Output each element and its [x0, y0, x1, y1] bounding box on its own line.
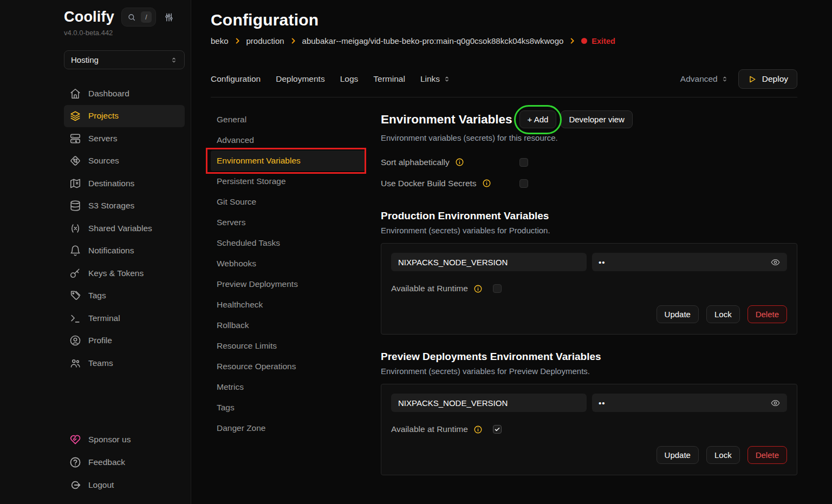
breadcrumb: bekoproductionabubakar--meigag/vid-tube-…: [211, 36, 797, 45]
sidebar-item-keys-tokens[interactable]: Keys & Tokens: [64, 262, 185, 285]
logout-icon: [69, 479, 81, 491]
app-version: v4.0.0-beta.442: [64, 29, 185, 37]
env-var-value-field[interactable]: ••: [592, 253, 787, 271]
subnav-item-label: Webhooks: [217, 259, 256, 268]
sidebar-item-teams[interactable]: Teams: [64, 352, 185, 375]
update-button[interactable]: Update: [656, 305, 699, 323]
sidebar-item-profile[interactable]: Profile: [64, 330, 185, 352]
subnav-item-persistent-storage[interactable]: Persistent Storage: [211, 171, 365, 192]
sidebar-item-label: S3 Storages: [88, 201, 134, 211]
breadcrumb-item[interactable]: beko: [211, 36, 229, 45]
tab-deployments[interactable]: Deployments: [276, 74, 324, 84]
map-icon: [69, 178, 81, 189]
sidebar-item-logout[interactable]: Logout: [64, 474, 185, 496]
delete-button[interactable]: Delete: [748, 446, 787, 464]
subnav-item-tags[interactable]: Tags: [211, 397, 365, 418]
subnav-item-label: Servers: [217, 218, 245, 227]
breadcrumb-item[interactable]: abubakar--meigag/vid-tube-beko-pro:main-…: [302, 36, 564, 45]
delete-button[interactable]: Delete: [748, 305, 787, 323]
subnav-item-preview-deployments[interactable]: Preview Deployments: [211, 274, 365, 294]
subnav-item-metrics[interactable]: Metrics: [211, 377, 365, 397]
eye-icon[interactable]: [770, 398, 781, 408]
toggle-row-use-docker-build-secrets: Use Docker Build Secrets: [381, 173, 797, 194]
tabbar-right: Advanced Deploy: [680, 69, 797, 89]
add-button[interactable]: + Add: [519, 110, 557, 128]
sidebar-item-sources[interactable]: Sources: [64, 150, 185, 173]
sidebar-item-notifications[interactable]: Notifications: [64, 240, 185, 263]
settings-sliders-icon[interactable]: [164, 12, 174, 23]
env-var-inputs: ••: [391, 253, 787, 271]
eye-icon[interactable]: [770, 257, 781, 267]
help-icon: [69, 456, 81, 468]
sidebar-item-destinations[interactable]: Destinations: [64, 172, 185, 195]
lock-button[interactable]: Lock: [706, 305, 740, 323]
update-button[interactable]: Update: [656, 446, 699, 464]
env-header: Environment Variables + Add Developer vi…: [381, 110, 797, 128]
subnav-item-label: Resource Limits: [217, 341, 277, 350]
sidebar-header: Coolify /: [64, 8, 185, 27]
layers-icon: [69, 110, 81, 122]
subnav-item-advanced[interactable]: Advanced: [211, 130, 365, 150]
subnav-item-environment-variables[interactable]: Environment Variables: [211, 150, 365, 171]
sidebar-item-label: Profile: [88, 336, 112, 345]
deploy-button[interactable]: Deploy: [738, 69, 797, 89]
env-title: Environment Variables: [381, 113, 512, 127]
env-var-actions: UpdateLockDelete: [391, 305, 787, 323]
subnav-item-webhooks[interactable]: Webhooks: [211, 253, 365, 274]
sidebar-item-dashboard[interactable]: Dashboard: [64, 82, 185, 105]
subnav-item-label: Advanced: [217, 135, 254, 145]
toggle-checkbox[interactable]: [519, 158, 528, 167]
tab-terminal[interactable]: Terminal: [373, 74, 405, 84]
info-icon: [455, 158, 464, 167]
breadcrumb-item[interactable]: production: [246, 36, 284, 45]
deploy-label: Deploy: [762, 74, 788, 84]
runtime-checkbox[interactable]: [493, 425, 502, 434]
runtime-row: Available at Runtime: [391, 424, 787, 434]
env-var-value-field[interactable]: ••: [592, 394, 787, 412]
sidebar-item-shared-variables[interactable]: Shared Variables: [64, 217, 185, 240]
git-icon: [69, 155, 81, 167]
tab-configuration[interactable]: Configuration: [211, 74, 261, 84]
app-logo: Coolify: [64, 9, 114, 25]
subnav-item-danger-zone[interactable]: Danger Zone: [211, 418, 365, 438]
subnav-item-rollback[interactable]: Rollback: [211, 315, 365, 336]
heart-icon: [69, 434, 81, 446]
sidebar-item-servers[interactable]: Servers: [64, 127, 185, 150]
sidebar-item-feedback[interactable]: Feedback: [64, 451, 185, 474]
env-var-key-input[interactable]: [391, 253, 587, 271]
subnav-item-servers[interactable]: Servers: [211, 212, 365, 233]
home-icon: [69, 88, 81, 100]
advanced-dropdown[interactable]: Advanced: [680, 74, 729, 84]
env-toggles: Sort alphabeticallyUse Docker Build Secr…: [381, 152, 797, 194]
tab-links[interactable]: Links: [420, 74, 451, 84]
subnav-item-resource-limits[interactable]: Resource Limits: [211, 336, 365, 356]
subnav-item-git-source[interactable]: Git Source: [211, 192, 365, 212]
toggle-checkbox[interactable]: [519, 179, 528, 188]
env-sections: Production Environment VariablesEnvironm…: [381, 210, 797, 475]
tabbar: ConfigurationDeploymentsLogsTerminalLink…: [211, 69, 797, 97]
env-var-card: ••Available at RuntimeUpdateLockDelete: [381, 243, 797, 335]
subnav-item-healthcheck[interactable]: Healthcheck: [211, 294, 365, 315]
user-icon: [69, 335, 81, 346]
developer-view-button[interactable]: Developer view: [561, 110, 633, 128]
sidebar-item-terminal[interactable]: Terminal: [64, 307, 185, 330]
team-select[interactable]: Hosting: [64, 50, 185, 69]
tab-logs[interactable]: Logs: [340, 74, 359, 84]
env-var-actions: UpdateLockDelete: [391, 446, 787, 464]
env-var-card: ••Available at RuntimeUpdateLockDelete: [381, 384, 797, 475]
sidebar-item-projects[interactable]: Projects: [64, 105, 185, 128]
sidebar-item-s3-storages[interactable]: S3 Storages: [64, 195, 185, 218]
advanced-label: Advanced: [680, 74, 718, 84]
subnav-item-scheduled-tasks[interactable]: Scheduled Tasks: [211, 233, 365, 253]
users-icon: [69, 357, 81, 369]
variable-icon: [69, 222, 81, 234]
env-var-key-input[interactable]: [391, 394, 587, 412]
sidebar-item-tags[interactable]: Tags: [64, 285, 185, 307]
search-button[interactable]: /: [121, 8, 156, 27]
lock-button[interactable]: Lock: [706, 446, 740, 464]
sidebar-item-sponsor-us[interactable]: Sponsor us: [64, 428, 185, 451]
subnav-item-resource-operations[interactable]: Resource Operations: [211, 356, 365, 377]
main-content: Configuration bekoproductionabubakar--me…: [191, 0, 832, 504]
runtime-checkbox[interactable]: [493, 284, 502, 293]
subnav-item-general[interactable]: General: [211, 109, 365, 130]
